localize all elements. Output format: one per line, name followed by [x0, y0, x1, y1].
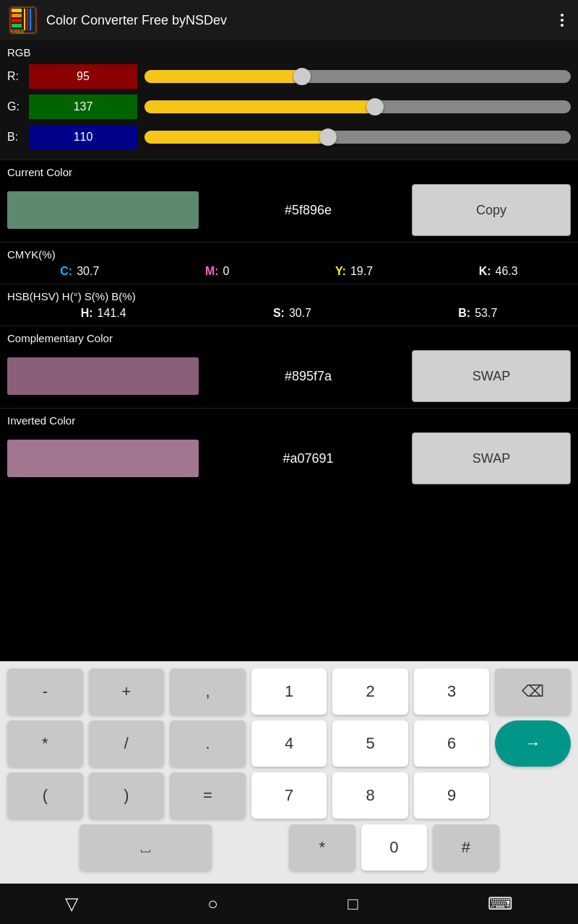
b-slider[interactable]	[144, 131, 571, 144]
hsb-h-value: 141.4	[98, 307, 126, 320]
kb-comma[interactable]: ,	[170, 668, 246, 715]
hsb-b-item: B: 53.7	[458, 307, 497, 320]
kb-divide-label: /	[124, 734, 129, 753]
kb-equals-label: =	[203, 786, 212, 805]
complementary-hex: #895f7a	[204, 369, 412, 384]
kb-multiply-label: *	[42, 734, 48, 753]
g-value: 137	[74, 100, 93, 113]
g-slider-thumb	[366, 98, 384, 116]
kb-8[interactable]: 8	[332, 772, 408, 819]
cmyk-m-label: M:	[205, 265, 219, 278]
copy-button[interactable]: Copy	[412, 184, 571, 236]
cmyk-y-item: Y: 19.7	[335, 265, 373, 278]
kb-3[interactable]: 3	[414, 668, 490, 715]
r-label: R:	[7, 70, 29, 83]
kb-enter[interactable]: →	[495, 720, 571, 767]
kb-period[interactable]: .	[170, 720, 246, 767]
kb-0[interactable]: 0	[361, 824, 428, 871]
cmyk-k-value: 46.3	[496, 265, 518, 278]
app-icon: FREE	[9, 6, 38, 35]
kb-space-icon: ⎵	[141, 838, 150, 857]
r-value-box[interactable]: 95	[29, 64, 137, 89]
b-row: B: 110	[7, 123, 571, 151]
cmyk-y-label: Y:	[335, 265, 346, 278]
kb-9-label: 9	[447, 786, 456, 805]
svg-rect-1	[12, 9, 22, 12]
nav-keyboard-icon: ⌨	[488, 894, 513, 913]
kb-enter-icon: →	[525, 734, 541, 753]
complementary-swap-button[interactable]: SWAP	[412, 350, 571, 402]
kb-backspace[interactable]: ⌫	[495, 668, 571, 715]
hsb-row: H: 141.4 S: 30.7 B: 53.7	[7, 307, 571, 320]
kb-9[interactable]: 9	[414, 772, 490, 819]
app-title: Color Converter Free byNSDev	[46, 13, 227, 28]
g-slider[interactable]	[144, 100, 571, 113]
kb-star[interactable]: *	[289, 824, 355, 871]
rgb-section: RGB R: 95 G: 137 B: 110	[0, 40, 578, 160]
r-row: R: 95	[7, 63, 571, 90]
kb-row-4: ⎵ * 0 #	[4, 824, 574, 871]
g-value-box[interactable]: 137	[29, 95, 137, 119]
kb-star-label: *	[319, 838, 325, 857]
kb-multiply[interactable]: *	[7, 720, 83, 767]
current-color-hex: #5f896e	[204, 203, 412, 218]
cmyk-k-item: K: 46.3	[479, 265, 518, 278]
cmyk-c-item: C: 30.7	[60, 265, 99, 278]
r-slider-fill	[144, 70, 302, 83]
kb-minus[interactable]: -	[7, 668, 83, 715]
complementary-title: Complementary Color	[7, 332, 571, 344]
kb-1-label: 1	[285, 682, 293, 701]
inverted-hex: #a07691	[204, 451, 412, 466]
nav-recent-icon: □	[348, 894, 358, 913]
inverted-swap-button[interactable]: SWAP	[412, 432, 571, 484]
blank-area	[0, 490, 578, 635]
b-slider-thumb	[319, 128, 337, 146]
b-label: B:	[7, 131, 29, 144]
kb-4[interactable]: 4	[251, 720, 327, 767]
menu-button[interactable]	[555, 8, 569, 32]
kb-6[interactable]: 6	[414, 720, 490, 767]
current-color-swatch	[7, 191, 199, 229]
kb-close-paren[interactable]: )	[89, 772, 165, 819]
nav-keyboard-button[interactable]: ⌨	[482, 888, 519, 920]
hsb-section: HSB(HSV) H(°) S(%) B(%) H: 141.4 S: 30.7…	[0, 284, 578, 326]
nav-home-icon: ○	[207, 894, 218, 913]
kb-1[interactable]: 1	[251, 668, 327, 715]
kb-6-label: 6	[447, 734, 456, 753]
kb-2-label: 2	[366, 682, 374, 701]
current-color-title: Current Color	[7, 166, 571, 178]
kb-4-label: 4	[285, 734, 293, 753]
kb-row-3: ( ) = 7 8 9	[4, 772, 574, 819]
kb-hash[interactable]: #	[433, 824, 499, 871]
nav-back-button[interactable]: ▽	[59, 888, 84, 920]
g-label: G:	[7, 100, 29, 113]
kb-open-paren[interactable]: (	[7, 772, 83, 819]
nav-recent-button[interactable]: □	[342, 888, 364, 920]
kb-row-2: * / . 4 5 6 →	[4, 720, 574, 767]
kb-2[interactable]: 2	[332, 668, 408, 715]
b-slider-fill	[144, 131, 328, 144]
cmyk-m-value: 0	[223, 265, 230, 278]
app-header: FREE Color Converter Free byNSDev	[0, 0, 578, 40]
kb-7[interactable]: 7	[251, 772, 327, 819]
r-slider[interactable]	[144, 70, 571, 83]
hsb-s-label: S:	[273, 307, 285, 320]
kb-0-label: 0	[389, 838, 398, 857]
header-left: FREE Color Converter Free byNSDev	[9, 6, 227, 35]
svg-rect-3	[12, 19, 22, 22]
kb-8-label: 8	[366, 786, 374, 805]
kb-5[interactable]: 5	[332, 720, 408, 767]
b-value-box[interactable]: 110	[29, 125, 137, 149]
cmyk-c-value: 30.7	[77, 265, 99, 278]
current-color-section: Current Color #5f896e Copy	[0, 160, 578, 242]
kb-divide[interactable]: /	[89, 720, 165, 767]
kb-close-paren-label: )	[124, 786, 129, 805]
kb-hash-label: #	[462, 838, 470, 857]
cmyk-y-value: 19.7	[350, 265, 373, 278]
nav-home-button[interactable]: ○	[202, 888, 224, 920]
kb-space[interactable]: ⎵	[79, 824, 212, 871]
kb-5-label: 5	[366, 734, 374, 753]
kb-plus[interactable]: +	[89, 668, 165, 715]
hsb-s-value: 30.7	[289, 307, 311, 320]
kb-equals[interactable]: =	[170, 772, 246, 819]
